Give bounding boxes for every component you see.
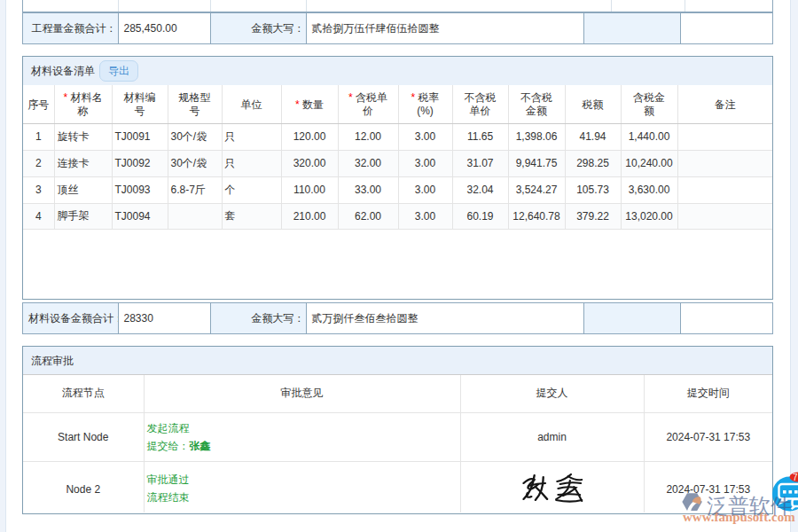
svg-text:7: 7 xyxy=(793,473,798,482)
